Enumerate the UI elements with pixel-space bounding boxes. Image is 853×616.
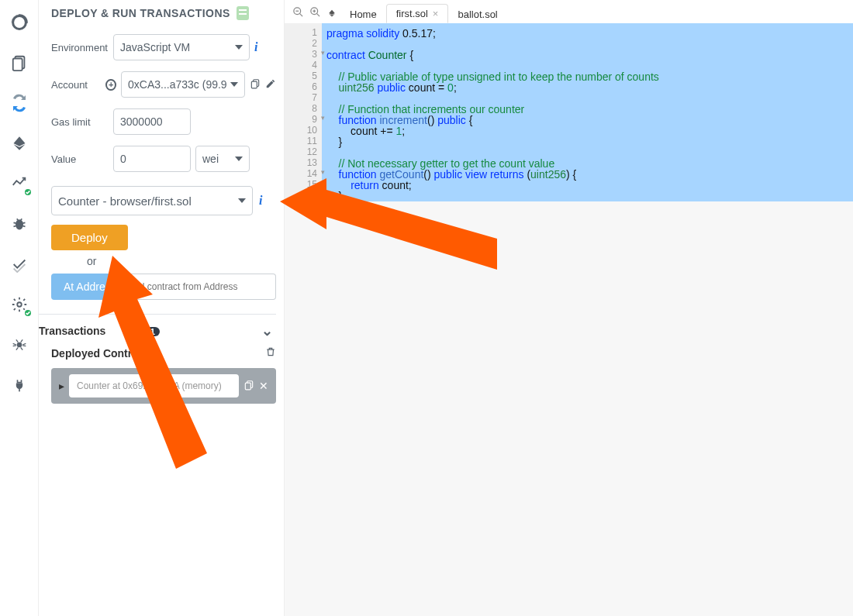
svg-point-13 <box>16 342 22 348</box>
line-gutter: 12345678910111213141516 <box>285 23 322 201</box>
editor-blank-area <box>285 201 853 616</box>
copy-account-icon[interactable] <box>250 77 261 92</box>
panel-title-text: DEPLOY & RUN TRANSACTIONS <box>51 7 230 19</box>
contract-select[interactable]: Counter - browser/first.sol <box>51 186 253 215</box>
svg-line-23 <box>316 13 319 16</box>
chevron-down-icon[interactable]: ⌄ <box>261 322 273 339</box>
remix-logo-icon[interactable] <box>8 11 31 34</box>
tab-bar: Home first.sol× ballot.sol <box>285 0 853 23</box>
add-account-icon[interactable]: + <box>105 79 116 91</box>
svg-line-10 <box>16 219 18 220</box>
tab-ballot[interactable]: ballot.sol <box>448 5 506 23</box>
svg-rect-18 <box>245 383 250 390</box>
close-icon[interactable]: ✕ <box>259 380 268 392</box>
icon-rail <box>0 0 39 616</box>
zoom-in-icon[interactable] <box>306 6 323 23</box>
eth-home-icon <box>323 8 340 23</box>
compile-icon[interactable] <box>8 91 31 115</box>
tab-home[interactable]: Home <box>340 5 386 23</box>
svg-point-0 <box>12 16 26 29</box>
doc-badge-icon[interactable] <box>237 6 249 20</box>
environment-label: Environment <box>51 42 109 53</box>
tab-first[interactable]: first.sol× <box>386 4 449 23</box>
tx-count-badge: 1 <box>146 327 160 336</box>
svg-rect-16 <box>251 81 257 88</box>
svg-line-8 <box>13 226 16 227</box>
gaslimit-label: Gas limit <box>51 116 109 128</box>
editor-area: Home first.sol× ballot.sol 1234567891011… <box>285 0 853 616</box>
at-address-button[interactable]: At Addre <box>51 274 118 300</box>
value-input[interactable] <box>113 146 191 172</box>
spider-icon[interactable] <box>8 333 31 356</box>
deploy-icon[interactable] <box>8 132 31 155</box>
zoom-out-icon[interactable] <box>289 6 306 23</box>
deployed-contract-item: ▸ Counter at 0x692...7XXA (memory) ✕ <box>51 368 276 404</box>
trash-icon[interactable] <box>265 346 276 360</box>
svg-point-12 <box>17 302 22 307</box>
analysis-icon[interactable] <box>8 172 31 195</box>
account-label: Account <box>51 79 101 91</box>
value-unit-select[interactable]: wei <box>195 146 250 172</box>
account-select[interactable]: 0xCA3...a733c (99.9 <box>121 71 245 98</box>
svg-marker-26 <box>329 10 335 15</box>
transactions-recorded-row[interactable]: Transactions XXed: 1 ⌄ <box>39 314 276 339</box>
info-icon[interactable]: i <box>254 40 257 54</box>
at-address-input[interactable] <box>118 274 276 300</box>
tab-label: first.sol <box>396 8 428 19</box>
edit-account-icon[interactable] <box>265 78 276 91</box>
svg-line-7 <box>22 222 25 223</box>
deployed-contracts-label: Deployed Contracts <box>51 347 154 360</box>
svg-line-11 <box>20 219 22 220</box>
close-tab-icon[interactable]: × <box>433 8 439 19</box>
deployed-contract-suffix: A (memory) <box>174 380 222 391</box>
svg-rect-2 <box>12 59 22 71</box>
svg-line-20 <box>299 13 302 16</box>
svg-line-6 <box>13 222 16 223</box>
settings-icon[interactable] <box>8 293 31 316</box>
copy-icon[interactable] <box>243 379 254 394</box>
deploy-panel: DEPLOY & RUN TRANSACTIONS Environment Ja… <box>39 0 285 616</box>
tx-recorded-label: Transactions <box>39 325 105 337</box>
deployed-contract-text: Counter at 0x692...7 <box>77 380 161 391</box>
panel-title: DEPLOY & RUN TRANSACTIONS <box>51 6 276 20</box>
environment-select[interactable]: JavaScript VM <box>113 34 250 60</box>
tx-recorded-suffix: ed: <box>123 325 140 337</box>
expand-icon[interactable]: ▸ <box>59 380 64 392</box>
deploy-button[interactable]: Deploy <box>51 225 128 250</box>
code-content[interactable]: pragma solidity 0.5.17; contract Counter… <box>322 23 853 201</box>
or-text: or <box>87 255 276 267</box>
code-editor[interactable]: 12345678910111213141516 pragma solidity … <box>285 23 853 201</box>
value-label: Value <box>51 153 109 165</box>
svg-marker-3 <box>13 136 25 146</box>
debugger-icon[interactable] <box>8 212 31 236</box>
gaslimit-input[interactable] <box>113 108 191 135</box>
svg-rect-14 <box>19 388 20 391</box>
info-icon[interactable]: i <box>259 194 262 208</box>
status-ok-icon <box>23 188 33 197</box>
files-icon[interactable] <box>8 51 31 74</box>
plug-icon[interactable] <box>8 373 31 397</box>
svg-point-5 <box>16 219 23 229</box>
tests-icon[interactable] <box>8 253 31 276</box>
svg-line-9 <box>22 226 25 227</box>
status-ok-icon <box>23 308 33 318</box>
deployed-contract-card[interactable]: Counter at 0x692...7XXA (memory) <box>69 374 239 397</box>
